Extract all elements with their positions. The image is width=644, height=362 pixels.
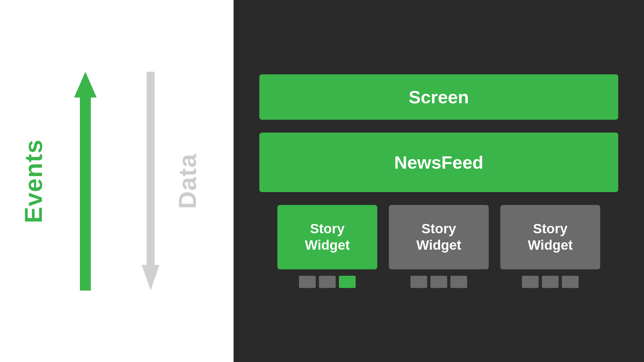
- events-arrow-up-icon: [74, 72, 97, 291]
- story-widget-3-label: StoryWidget: [528, 221, 573, 253]
- indicator-row-3: [522, 276, 579, 288]
- indicator-3-1: [522, 276, 539, 288]
- story-widget-2-label: StoryWidget: [416, 221, 461, 253]
- indicator-1-2: [319, 276, 336, 288]
- story-widget-col-2: StoryWidget: [389, 205, 489, 288]
- indicator-3-2: [542, 276, 559, 288]
- screen-block: Screen: [259, 74, 618, 120]
- indicator-1-1: [299, 276, 316, 288]
- story-widget-1-label: StoryWidget: [305, 221, 350, 253]
- indicator-2-3: [450, 276, 467, 288]
- story-widgets-row: StoryWidget StoryWidget StoryWidget: [259, 205, 618, 288]
- newsfeed-label: NewsFeed: [394, 152, 484, 173]
- story-widget-3: StoryWidget: [500, 205, 600, 269]
- left-panel: Events Data: [0, 0, 234, 362]
- svg-marker-0: [74, 72, 97, 291]
- indicator-3-3: [562, 276, 579, 288]
- newsfeed-block: NewsFeed: [259, 133, 618, 192]
- indicator-2-2: [430, 276, 447, 288]
- story-widget-col-1: StoryWidget: [277, 205, 377, 288]
- story-widget-2: StoryWidget: [389, 205, 489, 269]
- story-widget-col-3: StoryWidget: [500, 205, 600, 288]
- screen-label: Screen: [409, 87, 469, 107]
- right-panel: Screen NewsFeed StoryWidget StoryWidget: [234, 0, 644, 362]
- data-arrow-down-icon: [142, 72, 159, 291]
- arrows-wrapper: Events Data: [0, 0, 234, 362]
- indicator-row-1: [299, 276, 356, 288]
- story-widget-1: StoryWidget: [277, 205, 377, 269]
- events-label: Events: [19, 139, 47, 223]
- arrows-group: [74, 72, 159, 291]
- indicator-row-2: [410, 276, 467, 288]
- indicator-1-3-active: [339, 276, 356, 288]
- indicator-2-1: [410, 276, 427, 288]
- svg-marker-1: [142, 72, 159, 291]
- data-label: Data: [173, 153, 201, 209]
